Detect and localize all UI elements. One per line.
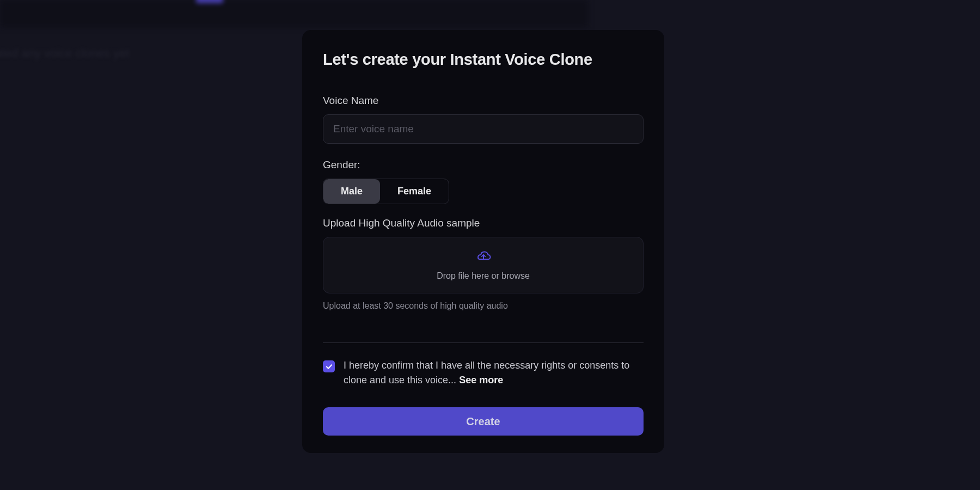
voice-name-label: Voice Name [323,95,644,107]
background-header-band [0,0,588,27]
upload-label: Upload High Quality Audio sample [323,217,644,229]
see-more-link[interactable]: See more [459,375,503,385]
create-voice-clone-modal: Let's create your Instant Voice Clone Vo… [302,30,664,453]
gender-male-button[interactable]: Male [323,179,380,204]
upload-drop-text: Drop file here or browse [437,271,530,281]
modal-title: Let's create your Instant Voice Clone [323,51,644,69]
cloud-upload-icon [475,250,492,265]
background-blurred-text: created any voice clones yet [0,46,130,60]
voice-name-input[interactable] [323,114,644,144]
check-icon [326,363,333,370]
upload-help-text: Upload at least 30 seconds of high quali… [323,301,644,311]
gender-label: Gender: [323,159,644,171]
divider [323,342,644,343]
background-accent-pill [196,0,223,3]
consent-row: I hereby confirm that I have all the nec… [323,358,644,388]
create-button[interactable]: Create [323,407,644,436]
gender-toggle-group: Male Female [323,179,449,204]
consent-text: I hereby confirm that I have all the nec… [344,358,644,388]
gender-female-button[interactable]: Female [380,179,449,204]
consent-checkbox[interactable] [323,360,335,372]
upload-dropzone[interactable]: Drop file here or browse [323,237,644,293]
